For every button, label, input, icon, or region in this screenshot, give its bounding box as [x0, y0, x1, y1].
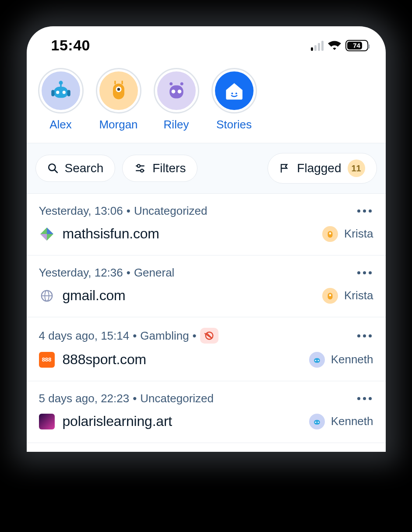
- controls-row: Search Filters Flagged 11: [27, 143, 386, 194]
- svg-rect-2: [60, 84, 62, 88]
- battery-level: 74: [353, 42, 360, 49]
- child-name: Krista: [344, 227, 373, 241]
- child-name: Kenneth: [331, 353, 373, 366]
- monster-icon: [99, 71, 138, 110]
- child-name: Kenneth: [331, 415, 373, 428]
- svg-point-44: [317, 422, 319, 423]
- svg-point-22: [137, 164, 141, 167]
- svg-marker-26: [47, 227, 53, 234]
- flagged-button[interactable]: Flagged 11: [268, 153, 377, 184]
- activity-item[interactable]: 4 days ago, 15:14 • Gambling • 888 888sp…: [27, 317, 386, 381]
- alien-icon: [157, 71, 196, 110]
- svg-point-41: [317, 360, 319, 361]
- activity-item[interactable]: 5 days ago, 22:23 • Uncategorized polari…: [27, 381, 386, 443]
- profile-alex[interactable]: Alex: [38, 68, 84, 131]
- svg-point-29: [329, 232, 331, 234]
- child-name: Krista: [344, 289, 373, 302]
- profile-riley[interactable]: Riley: [154, 68, 199, 131]
- item-category: General: [134, 266, 175, 280]
- flagged-count-badge: 11: [348, 160, 365, 177]
- filters-label: Filters: [152, 161, 186, 175]
- item-time: Yesterday, 12:36: [39, 266, 123, 280]
- svg-rect-10: [114, 81, 116, 84]
- filters-button[interactable]: Filters: [122, 155, 197, 182]
- flagged-label: Flagged: [297, 161, 341, 175]
- wifi-icon: [328, 40, 341, 51]
- svg-point-17: [231, 92, 233, 94]
- profile-label: Alex: [49, 118, 72, 131]
- more-button[interactable]: [356, 394, 373, 403]
- cellular-icon: [311, 40, 324, 51]
- svg-point-13: [171, 89, 175, 93]
- svg-rect-6: [67, 90, 70, 96]
- child-avatar: [322, 226, 338, 242]
- item-category: Uncategorized: [140, 392, 214, 405]
- site-favicon: 888: [39, 352, 55, 368]
- svg-rect-42: [314, 420, 320, 425]
- svg-point-16: [180, 82, 183, 85]
- search-icon: [47, 163, 59, 174]
- svg-point-18: [235, 92, 237, 94]
- item-time: Yesterday, 13:06: [39, 204, 123, 218]
- child-avatar: [322, 288, 338, 304]
- svg-point-14: [177, 89, 181, 93]
- profile-label: Riley: [164, 118, 189, 131]
- home-icon: [215, 71, 254, 110]
- item-time: 5 days ago, 22:23: [39, 392, 130, 405]
- blocked-badge: [200, 328, 218, 344]
- profiles-row: Alex Morgan Riley Stories: [27, 57, 386, 143]
- svg-marker-27: [40, 234, 47, 241]
- blocked-icon: [204, 331, 214, 340]
- site-favicon: [39, 414, 55, 429]
- svg-rect-39: [314, 358, 320, 363]
- svg-point-4: [62, 91, 65, 94]
- profile-morgan[interactable]: Morgan: [96, 68, 141, 131]
- phone-frame: 15:40 74 Alex: [27, 26, 386, 452]
- child-avatar: [309, 414, 325, 429]
- svg-point-15: [169, 82, 173, 85]
- status-time: 15:40: [51, 37, 90, 54]
- svg-rect-11: [121, 81, 123, 84]
- svg-line-20: [54, 170, 57, 173]
- more-button[interactable]: [356, 332, 373, 340]
- sliders-icon: [134, 163, 146, 174]
- site-favicon: [39, 226, 55, 242]
- profile-label: Morgan: [99, 118, 137, 131]
- site-name: polarislearning.art: [63, 413, 173, 429]
- battery-icon: 74: [345, 40, 368, 51]
- more-button[interactable]: [356, 269, 373, 277]
- site-name: mathsisfun.com: [63, 226, 159, 242]
- more-button[interactable]: [356, 207, 373, 215]
- svg-point-43: [315, 422, 316, 423]
- profile-label: Stories: [216, 118, 252, 131]
- robot-icon: [42, 71, 80, 110]
- svg-point-40: [315, 360, 316, 361]
- child-avatar: [309, 352, 325, 368]
- svg-point-9: [117, 88, 120, 91]
- svg-point-3: [56, 91, 59, 94]
- search-button[interactable]: Search: [35, 155, 116, 182]
- search-label: Search: [65, 161, 104, 175]
- profile-stories[interactable]: Stories: [211, 68, 257, 131]
- svg-rect-5: [51, 90, 54, 96]
- activity-item[interactable]: Yesterday, 13:06 • Uncategorized mathsis…: [27, 194, 386, 255]
- svg-point-34: [329, 294, 331, 296]
- svg-point-24: [141, 169, 144, 172]
- site-name: 888sport.com: [63, 351, 146, 368]
- item-category: Gambling: [140, 329, 189, 343]
- flag-icon: [279, 163, 291, 174]
- site-favicon: [39, 288, 55, 304]
- activity-list: Yesterday, 13:06 • Uncategorized mathsis…: [27, 194, 386, 443]
- item-category: Uncategorized: [134, 204, 208, 218]
- status-bar: 15:40 74: [27, 26, 386, 57]
- site-name: gmail.com: [63, 287, 126, 304]
- activity-item[interactable]: Yesterday, 12:36 • General gmail.com: [27, 255, 386, 317]
- item-time: 4 days ago, 15:14: [39, 329, 130, 343]
- svg-rect-0: [53, 87, 68, 98]
